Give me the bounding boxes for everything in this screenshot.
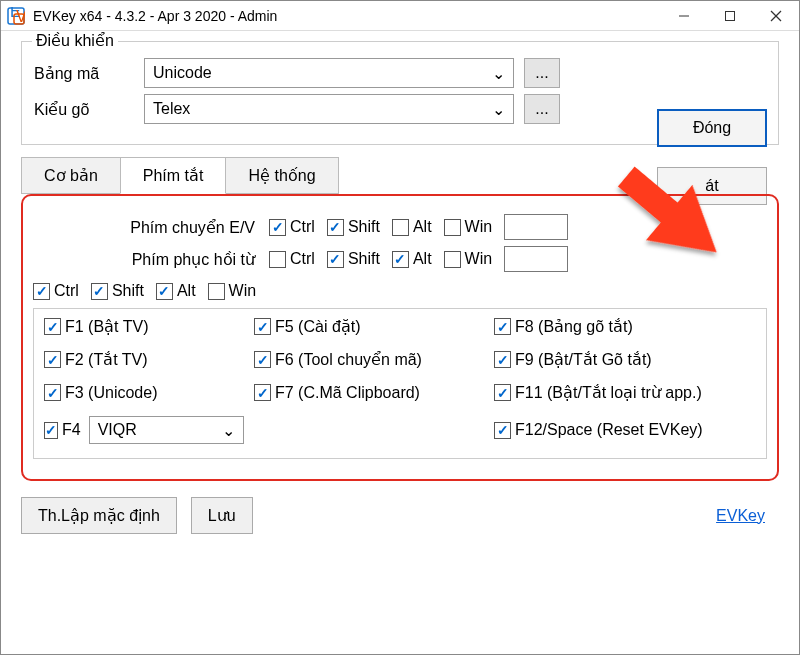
f2-checkbox[interactable] <box>44 351 61 368</box>
f8-checkbox[interactable] <box>494 318 511 335</box>
window-close-button[interactable] <box>753 1 799 31</box>
chevron-down-icon: ⌄ <box>492 100 505 119</box>
fn-grid: F1 (Bật TV) F5 (Cài đặt) F8 (Bảng gõ tắt… <box>33 308 767 459</box>
save-button[interactable]: Lưu <box>191 497 253 534</box>
bangma-value: Unicode <box>153 64 212 82</box>
f3-checkbox[interactable] <box>44 384 61 401</box>
f6-checkbox[interactable] <box>254 351 271 368</box>
global-win-checkbox[interactable] <box>208 283 225 300</box>
f4-select[interactable]: VIQR ⌄ <box>89 416 244 444</box>
tab-basic[interactable]: Cơ bản <box>21 157 121 194</box>
bangma-more-button[interactable]: ... <box>524 58 560 88</box>
maximize-button[interactable] <box>707 1 753 31</box>
group-title: Điều khiển <box>32 31 118 50</box>
kieugo-select[interactable]: Telex ⌄ <box>144 94 514 124</box>
f7-checkbox[interactable] <box>254 384 271 401</box>
chevron-down-icon: ⌄ <box>222 421 235 440</box>
bottom-bar: Th.Lập mặc định Lưu EVKey <box>1 489 799 542</box>
bangma-label: Bảng mã <box>34 64 144 83</box>
default-settings-button[interactable]: Th.Lập mặc định <box>21 497 177 534</box>
restore-label: Phím phục hồi từ <box>33 250 263 269</box>
kieugo-value: Telex <box>153 100 190 118</box>
minimize-button[interactable] <box>661 1 707 31</box>
f12-checkbox[interactable] <box>494 422 511 439</box>
tab-system[interactable]: Hệ thống <box>225 157 338 194</box>
global-ctrl-checkbox[interactable] <box>33 283 50 300</box>
restore-win-checkbox[interactable] <box>444 251 461 268</box>
bangma-select[interactable]: Unicode ⌄ <box>144 58 514 88</box>
kieugo-more-button[interactable]: ... <box>524 94 560 124</box>
global-shift-checkbox[interactable] <box>91 283 108 300</box>
ev-switch-label: Phím chuyển E/V <box>33 218 263 237</box>
highlight-box: Phím chuyển E/V Ctrl Shift Alt Win Phím … <box>21 194 779 481</box>
ev-ctrl-checkbox[interactable] <box>269 219 286 236</box>
tab-shortcut[interactable]: Phím tắt <box>120 157 227 194</box>
ev-key-input[interactable] <box>504 214 568 240</box>
f5-checkbox[interactable] <box>254 318 271 335</box>
title-bar: EV EVKey x64 - 4.3.2 - Apr 3 2020 - Admi… <box>1 1 799 31</box>
kieugo-label: Kiểu gõ <box>34 100 144 119</box>
svg-rect-5 <box>726 11 735 20</box>
f4-checkbox[interactable] <box>44 422 58 439</box>
ev-shift-checkbox[interactable] <box>327 219 344 236</box>
restore-key-input[interactable] <box>504 246 568 272</box>
restore-shift-checkbox[interactable] <box>327 251 344 268</box>
restore-alt-checkbox[interactable] <box>392 251 409 268</box>
ev-alt-checkbox[interactable] <box>392 219 409 236</box>
chevron-down-icon: ⌄ <box>492 64 505 83</box>
f9-checkbox[interactable] <box>494 351 511 368</box>
window-title: EVKey x64 - 4.3.2 - Apr 3 2020 - Admin <box>33 8 661 24</box>
global-alt-checkbox[interactable] <box>156 283 173 300</box>
f11-checkbox[interactable] <box>494 384 511 401</box>
svg-text:V: V <box>16 8 25 25</box>
restore-ctrl-checkbox[interactable] <box>269 251 286 268</box>
close-button[interactable]: Đóng <box>657 109 767 147</box>
evkey-link[interactable]: EVKey <box>716 507 765 525</box>
f1-checkbox[interactable] <box>44 318 61 335</box>
app-icon: EV <box>7 7 25 25</box>
ev-win-checkbox[interactable] <box>444 219 461 236</box>
